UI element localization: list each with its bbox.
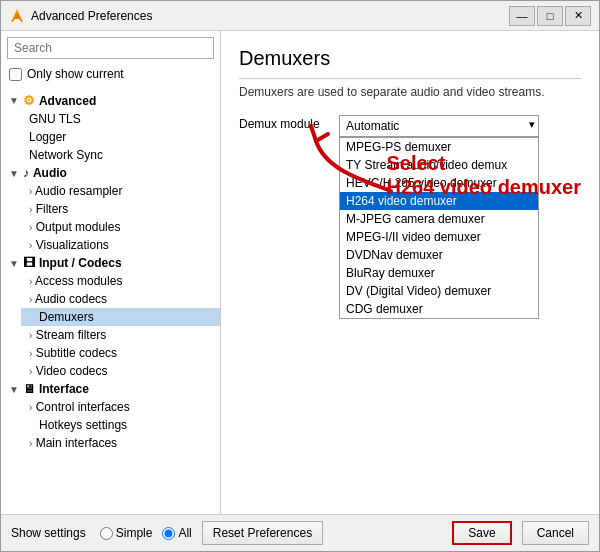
listbox-item-bluray[interactable]: BluRay demuxer bbox=[340, 264, 538, 282]
simple-radio[interactable] bbox=[100, 527, 113, 540]
right-panel: Demuxers Demuxers are used to separate a… bbox=[221, 31, 599, 514]
demux-listbox[interactable]: MPEG-PS demuxerTY Stream audio/video dem… bbox=[339, 137, 539, 319]
demux-module-select[interactable]: Automatic bbox=[339, 115, 539, 137]
panel-title: Demuxers bbox=[239, 47, 581, 79]
radio-group: Simple All bbox=[100, 526, 192, 540]
chevron-down-icon: ▼ bbox=[9, 384, 19, 395]
listbox-item-mpeg-ps[interactable]: MPEG-PS demuxer bbox=[340, 138, 538, 156]
all-label: All bbox=[178, 526, 191, 540]
tree-section-input-codecs-label: Input / Codecs bbox=[39, 256, 122, 270]
demux-module-label: Demux module bbox=[239, 115, 339, 131]
tree-section-advanced-label: Advanced bbox=[39, 94, 96, 108]
only-show-current-checkbox[interactable] bbox=[9, 68, 22, 81]
panel-description: Demuxers are used to separate audio and … bbox=[239, 85, 581, 99]
search-input[interactable] bbox=[7, 37, 214, 59]
tree-item-stream-filters[interactable]: › Stream filters bbox=[21, 326, 220, 344]
tree-advanced-children: GNU TLS Logger Network Sync bbox=[1, 110, 220, 164]
chevron-down-icon: ▼ bbox=[9, 258, 19, 269]
listbox-item-h264[interactable]: H264 video demuxer bbox=[340, 192, 538, 210]
tree-item-demuxers[interactable]: Demuxers bbox=[21, 308, 220, 326]
only-show-current-row: Only show current bbox=[1, 65, 220, 87]
tree-item-access-modules[interactable]: › Access modules bbox=[21, 272, 220, 290]
window-title: Advanced Preferences bbox=[31, 9, 509, 23]
svg-rect-3 bbox=[13, 21, 21, 23]
tree-item-filters[interactable]: › Filters bbox=[21, 200, 220, 218]
all-radio-label[interactable]: All bbox=[162, 526, 191, 540]
save-button[interactable]: Save bbox=[452, 521, 511, 545]
chevron-down-icon: ▼ bbox=[9, 168, 19, 179]
tree-section-input-codecs[interactable]: ▼ 🎞 Input / Codecs bbox=[1, 254, 220, 272]
listbox-item-cdg[interactable]: CDG demuxer bbox=[340, 300, 538, 318]
demux-module-select-wrapper: Automatic bbox=[339, 115, 539, 137]
tree-item-video-codecs[interactable]: › Video codecs bbox=[21, 362, 220, 380]
simple-label: Simple bbox=[116, 526, 153, 540]
titlebar: Advanced Preferences — □ ✕ bbox=[1, 1, 599, 31]
tree-item-subtitle-codecs[interactable]: › Subtitle codecs bbox=[21, 344, 220, 362]
demux-module-control: Automatic MPEG-PS demuxerTY Stream audio… bbox=[339, 115, 581, 319]
listbox-item-mjpeg[interactable]: M-JPEG camera demuxer bbox=[340, 210, 538, 228]
simple-radio-label[interactable]: Simple bbox=[100, 526, 153, 540]
main-content: Only show current ▼ ⚙ Advanced GNU TLS L… bbox=[1, 31, 599, 514]
maximize-button[interactable]: □ bbox=[537, 6, 563, 26]
tree-item-logger[interactable]: Logger bbox=[21, 128, 220, 146]
tree-section-audio[interactable]: ▼ ♪ Audio bbox=[1, 164, 220, 182]
gear-icon: ⚙ bbox=[23, 93, 35, 108]
tree-item-network-sync[interactable]: Network Sync bbox=[21, 146, 220, 164]
tree-item-hotkeys[interactable]: Hotkeys settings bbox=[21, 416, 220, 434]
listbox-item-dv-digital[interactable]: DV (Digital Video) demuxer bbox=[340, 282, 538, 300]
listbox-item-dvdnav[interactable]: DVDNav demuxer bbox=[340, 246, 538, 264]
tree-section-interface-label: Interface bbox=[39, 382, 89, 396]
tree-item-visualizations[interactable]: › Visualizations bbox=[21, 236, 220, 254]
all-radio[interactable] bbox=[162, 527, 175, 540]
cancel-button[interactable]: Cancel bbox=[522, 521, 589, 545]
left-panel: Only show current ▼ ⚙ Advanced GNU TLS L… bbox=[1, 31, 221, 514]
listbox-item-mpeg-i-ii[interactable]: MPEG-I/II video demuxer bbox=[340, 228, 538, 246]
iface-icon: 🖥 bbox=[23, 382, 35, 396]
tree-input-codecs-children: › Access modules › Audio codecs Demuxers… bbox=[1, 272, 220, 380]
tree-audio-children: › Audio resampler › Filters › Output mod… bbox=[1, 182, 220, 254]
tree-item-control-interfaces[interactable]: › Control interfaces bbox=[21, 398, 220, 416]
codec-icon: 🎞 bbox=[23, 256, 35, 270]
svg-rect-2 bbox=[14, 19, 20, 21]
tree-item-audio-codecs[interactable]: › Audio codecs bbox=[21, 290, 220, 308]
listbox-item-hevc[interactable]: HEVC/H.265 video demuxer bbox=[340, 174, 538, 192]
tree-item-audio-resampler[interactable]: › Audio resampler bbox=[21, 182, 220, 200]
window-controls: — □ ✕ bbox=[509, 6, 591, 26]
close-button[interactable]: ✕ bbox=[565, 6, 591, 26]
listbox-item-ty-stream[interactable]: TY Stream audio/video demux bbox=[340, 156, 538, 174]
tree-section-audio-label: Audio bbox=[33, 166, 67, 180]
tree-interface-children: › Control interfaces Hotkeys settings › … bbox=[1, 398, 220, 452]
demux-module-row: Demux module Automatic MPEG-PS demuxerTY… bbox=[239, 115, 581, 319]
tree-item-main-interfaces[interactable]: › Main interfaces bbox=[21, 434, 220, 452]
tree-section-advanced[interactable]: ▼ ⚙ Advanced bbox=[1, 91, 220, 110]
reset-preferences-button[interactable]: Reset Preferences bbox=[202, 521, 323, 545]
app-icon bbox=[9, 8, 25, 24]
tree-section-interface[interactable]: ▼ 🖥 Interface bbox=[1, 380, 220, 398]
main-window: Advanced Preferences — □ ✕ Only show cur… bbox=[0, 0, 600, 552]
show-settings-label: Show settings bbox=[11, 526, 86, 540]
chevron-down-icon: ▼ bbox=[9, 95, 19, 106]
tree-item-output-modules[interactable]: › Output modules bbox=[21, 218, 220, 236]
only-show-current-label: Only show current bbox=[27, 67, 124, 81]
music-icon: ♪ bbox=[23, 166, 29, 180]
bottom-bar: Show settings Simple All Reset Preferenc… bbox=[1, 514, 599, 551]
minimize-button[interactable]: — bbox=[509, 6, 535, 26]
demux-listbox-container: MPEG-PS demuxerTY Stream audio/video dem… bbox=[339, 137, 581, 319]
tree: ▼ ⚙ Advanced GNU TLS Logger Network Sync… bbox=[1, 87, 220, 514]
tree-item-gnu-tls[interactable]: GNU TLS bbox=[21, 110, 220, 128]
